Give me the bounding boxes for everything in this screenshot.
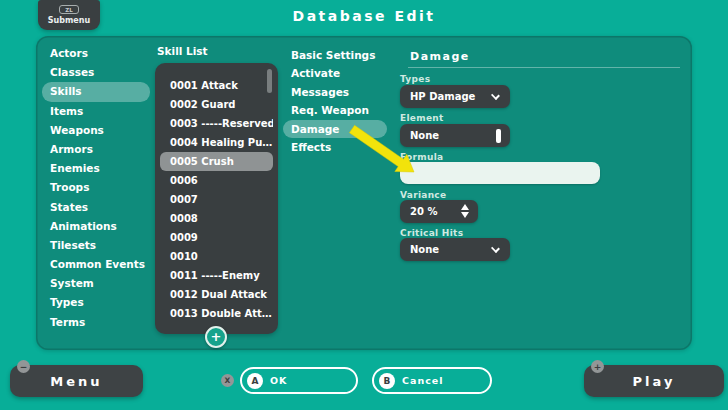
sidebar-item[interactable]: Tilesets [42,236,150,255]
skill-list-item[interactable]: 0006 [160,171,273,190]
sidebar-item[interactable]: Types [42,293,150,312]
sidebar-item[interactable]: System [42,274,150,293]
sidebar-item[interactable]: Animations [42,217,150,236]
menu-button[interactable]: − Menu [10,365,143,397]
types-label: Types [400,74,430,84]
plus-button-icon: + [591,360,604,373]
skill-list-item[interactable]: 0013 Double Att… [160,304,273,323]
play-label: Play [633,374,676,389]
skill-list-item[interactable]: 0009 [160,228,273,247]
skill-list-item[interactable]: 0007 [160,190,273,209]
critical-hits-label: Critical Hits [400,228,463,238]
ok-label: OK [270,375,287,386]
add-skill-button[interactable]: + [205,326,227,348]
minus-button-icon: − [17,360,30,373]
skill-list-item[interactable]: 0003 -----Reserved [160,114,273,133]
pointer-arrow-icon [340,118,424,180]
skill-list-item[interactable]: 0011 -----Enemy [160,266,273,285]
sidebar-item[interactable]: Items [42,102,150,121]
formula-input[interactable] [400,162,600,184]
skill-list: 0001 Attack 0002 Guard 0003 -----Reserve… [160,76,273,323]
spinner-arrows-icon [461,204,469,218]
skill-list-item[interactable]: 0008 [160,209,273,228]
variance-spinner[interactable]: 20 % [400,200,478,223]
settings-nav-item[interactable]: Basic Settings [283,46,387,64]
settings-nav-item[interactable]: Req. Weapon [283,101,387,119]
critical-hits-value: None [410,244,439,255]
sidebar-item[interactable]: Terms [42,313,150,332]
chevron-down-icon [491,91,500,100]
types-value: HP Damage [410,91,475,102]
sidebar-item[interactable]: Skills [42,82,150,101]
sidebar-item[interactable]: Common Events [42,255,150,274]
skill-list-item[interactable]: 0010 [160,247,273,266]
sidebar-item[interactable]: Weapons [42,121,150,140]
settings-nav-item[interactable]: Messages [283,83,387,101]
sidebar-item[interactable]: Enemies [42,159,150,178]
cursor-bar-icon [496,129,501,143]
sidebar-item[interactable]: Classes [42,63,150,82]
skill-list-item[interactable]: 0005 Crush [160,152,273,171]
cancel-label: Cancel [402,375,443,386]
sidebar-item[interactable]: Armors [42,140,150,159]
settings-nav-item[interactable]: Activate [283,64,387,82]
critical-hits-dropdown[interactable]: None [400,238,510,261]
sidebar-item[interactable]: Actors [42,44,150,63]
page-title: Database Edit [0,8,728,24]
sidebar-item[interactable]: States [42,198,150,217]
types-dropdown[interactable]: HP Damage [400,85,510,108]
menu-label: Menu [50,374,102,389]
sidebar-item[interactable]: Troops [42,178,150,197]
category-nav: Actors Classes Skills Items Weapons Armo… [42,44,150,332]
a-button-icon: A [247,373,263,389]
x-button-icon: X [221,374,234,387]
skill-list-item[interactable]: 0001 Attack [160,76,273,95]
variance-label: Variance [400,190,446,200]
play-button[interactable]: + Play [584,365,724,397]
variance-value: 20 % [410,206,437,217]
skill-list-item[interactable]: 0002 Guard [160,95,273,114]
cancel-button[interactable]: B Cancel [372,367,492,394]
skill-list-item[interactable]: 0012 Dual Attack [160,285,273,304]
damage-panel-title: Damage [410,50,470,63]
divider [408,67,680,68]
ok-button[interactable]: A OK [240,367,358,394]
chevron-down-icon [491,244,500,253]
b-button-icon: B [379,373,395,389]
skill-list-header: Skill List [157,45,208,57]
skill-list-item[interactable]: 0004 Healing Pu… [160,133,273,152]
